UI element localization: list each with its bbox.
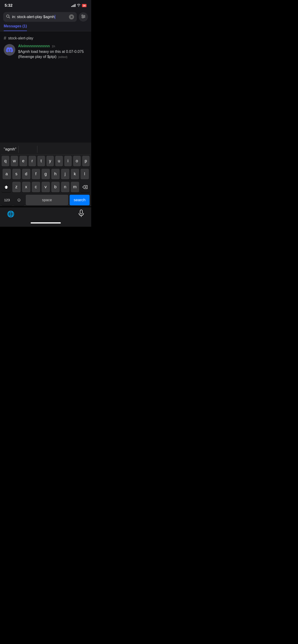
microphone-icon[interactable] — [78, 210, 84, 218]
key-m[interactable]: m — [71, 182, 79, 192]
key-n[interactable]: n — [61, 182, 69, 192]
svg-point-5 — [82, 14, 83, 16]
predictive-suggestion[interactable]: "agmh" — [4, 147, 17, 152]
keyboard-rows: q w e r t y u i o p a s d f g h j k — [1, 156, 90, 206]
key-row-1: q w e r t y u i o p — [2, 156, 90, 166]
message-result[interactable]: Alvinnnnnnnnnnn 1h $Agmh load heavy on t… — [4, 44, 88, 60]
key-t[interactable]: t — [37, 156, 45, 166]
status-bar: 5:32 16 — [0, 0, 91, 10]
search-bar[interactable]: in: stock-alert-play $agmh ✕ — [3, 12, 77, 22]
svg-point-6 — [84, 16, 85, 17]
channel-header: # stock-alert-play — [4, 36, 88, 41]
clear-icon: ✕ — [70, 16, 73, 18]
predictive-bar: "agmh" — [1, 144, 90, 155]
search-input-display[interactable]: in: stock-alert-play $agmh — [12, 15, 67, 19]
key-row-3: z x c v b n m — [2, 182, 90, 192]
key-row-2: a s d f g h j k l — [2, 169, 90, 180]
empty-results-space — [0, 64, 91, 142]
key-s[interactable]: s — [12, 169, 21, 180]
svg-point-7 — [82, 17, 84, 18]
key-a[interactable]: a — [3, 169, 11, 180]
key-x[interactable]: x — [22, 182, 31, 192]
text-cursor — [55, 15, 55, 19]
predictive-divider-1 — [18, 146, 19, 153]
results-container: # stock-alert-play Alvinnnnnnnnnnn 1h $A… — [0, 31, 91, 64]
key-row-4: 123 ☺ space search — [2, 195, 90, 206]
tab-messages-count: (1) — [23, 24, 27, 28]
key-f[interactable]: f — [32, 169, 40, 180]
search-query: $agmh — [43, 15, 55, 19]
key-e[interactable]: e — [20, 156, 27, 166]
status-time: 5:32 — [5, 3, 13, 8]
timestamp: 1h — [52, 44, 55, 48]
key-z[interactable]: z — [12, 182, 21, 192]
numbers-key[interactable]: 123 — [2, 195, 12, 206]
avatar — [4, 44, 15, 56]
key-b[interactable]: b — [51, 182, 60, 192]
channel-name: stock-alert-play — [8, 36, 33, 40]
key-h[interactable]: h — [51, 169, 60, 180]
key-g[interactable]: g — [42, 169, 50, 180]
home-indicator — [0, 220, 91, 227]
key-l[interactable]: l — [81, 169, 89, 180]
key-d[interactable]: d — [22, 169, 31, 180]
tabs-container: Messages (1) — [0, 22, 91, 31]
key-v[interactable]: v — [42, 182, 50, 192]
clear-search-button[interactable]: ✕ — [69, 14, 74, 20]
key-c[interactable]: c — [32, 182, 40, 192]
filter-icon — [81, 14, 86, 20]
channel-hash-icon: # — [4, 36, 6, 41]
key-i[interactable]: i — [64, 156, 72, 166]
delete-key[interactable] — [81, 182, 90, 192]
signal-bars-icon — [71, 4, 75, 7]
search-keyboard-button[interactable]: search — [70, 195, 90, 206]
tab-messages-label: Messages — [4, 24, 22, 28]
key-o[interactable]: o — [73, 156, 81, 166]
svg-line-1 — [9, 17, 10, 18]
key-k[interactable]: k — [71, 169, 79, 180]
key-w[interactable]: w — [11, 156, 18, 166]
space-key[interactable]: space — [26, 195, 68, 206]
username: Alvinnnnnnnnnnn — [18, 44, 50, 48]
filter-button[interactable] — [79, 12, 88, 22]
home-bar — [31, 222, 61, 224]
status-icons: 16 — [71, 4, 87, 8]
emoji-key[interactable]: ☺ — [14, 195, 24, 206]
search-container: in: stock-alert-play $agmh ✕ — [0, 10, 91, 22]
key-j[interactable]: j — [61, 169, 69, 180]
key-r[interactable]: r — [29, 156, 36, 166]
key-q[interactable]: q — [2, 156, 9, 166]
search-icon — [6, 14, 10, 20]
key-y[interactable]: y — [47, 156, 54, 166]
search-prefix: in: stock-alert-play — [12, 15, 42, 19]
key-u[interactable]: u — [55, 156, 63, 166]
keyboard-area: "agmh" q w e r t y u i o p a s — [0, 142, 91, 206]
message-text: $Agmh load heavy on this at 0.07-0.075 (… — [18, 49, 88, 60]
message-content: Alvinnnnnnnnnnn 1h $Agmh load heavy on t… — [18, 44, 88, 60]
battery-icon: 16 — [82, 4, 87, 7]
predictive-divider-2 — [37, 146, 37, 153]
shift-key[interactable] — [2, 182, 11, 192]
edited-tag: (edited) — [58, 56, 68, 59]
message-header: Alvinnnnnnnnnnn 1h — [18, 44, 88, 48]
bottom-bar: 🌐 — [0, 207, 91, 220]
tab-messages[interactable]: Messages (1) — [4, 24, 27, 31]
key-p[interactable]: p — [82, 156, 90, 166]
globe-icon[interactable]: 🌐 — [7, 210, 15, 218]
wifi-icon — [77, 4, 81, 8]
svg-rect-10 — [80, 210, 82, 214]
